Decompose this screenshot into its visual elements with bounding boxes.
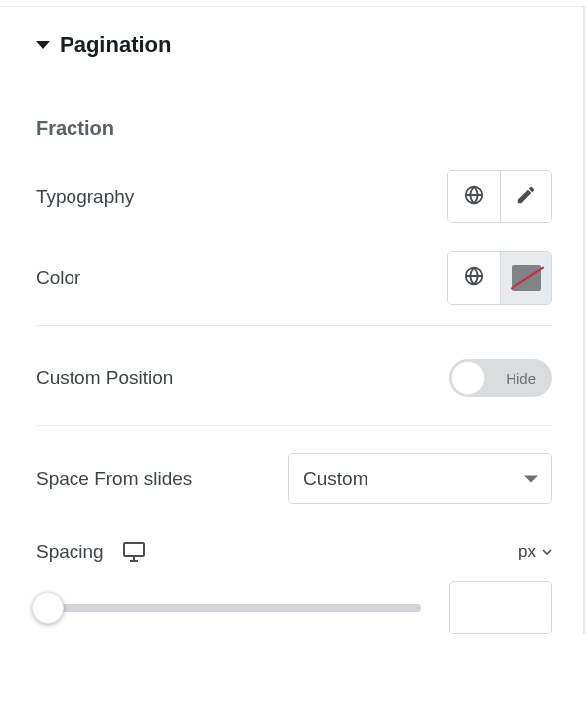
typography-label: Typography (36, 186, 134, 208)
globe-icon (463, 184, 485, 210)
toggle-state-label: Hide (506, 370, 536, 387)
typography-global-button[interactable] (448, 171, 500, 222)
svg-rect-2 (124, 543, 144, 556)
divider (36, 325, 552, 326)
color-swatch-icon (512, 265, 541, 291)
typography-controls (447, 170, 552, 223)
panel-right-divider (583, 6, 585, 634)
space-from-slides-row: Space From slides (36, 452, 552, 505)
custom-position-toggle[interactable]: Hide (449, 359, 552, 397)
slider-thumb[interactable] (32, 592, 64, 624)
slider-track (36, 604, 421, 612)
spacing-label: Spacing (36, 541, 104, 563)
section-title: Pagination (60, 32, 171, 58)
space-from-slides-select-wrap (288, 453, 552, 504)
spacing-slider-row (36, 581, 552, 634)
spacing-slider[interactable] (36, 588, 421, 628)
spacing-header-row: Spacing px (36, 541, 552, 563)
spacing-value-input[interactable] (449, 581, 552, 634)
spacing-unit-label: px (518, 542, 536, 562)
space-from-slides-select[interactable] (288, 453, 552, 504)
toggle-knob (451, 361, 485, 395)
chevron-down-icon (542, 549, 552, 555)
custom-position-label: Custom Position (36, 367, 173, 389)
color-controls (447, 251, 552, 305)
space-from-slides-label: Space From slides (36, 468, 192, 490)
caret-down-icon (36, 41, 50, 49)
custom-position-row: Custom Position Hide (36, 352, 552, 405)
divider (36, 425, 552, 426)
section-header-pagination[interactable]: Pagination (36, 0, 552, 58)
panel-top-divider (0, 6, 585, 7)
color-swatch-button[interactable] (500, 252, 551, 304)
color-row: Color (36, 251, 552, 305)
typography-row: Typography (36, 170, 552, 223)
typography-edit-button[interactable] (500, 171, 551, 222)
spacing-unit-select[interactable]: px (518, 542, 552, 562)
color-global-button[interactable] (448, 252, 500, 304)
desktop-icon[interactable] (122, 541, 146, 563)
fraction-heading: Fraction (36, 117, 552, 140)
pencil-icon (515, 184, 537, 210)
color-label: Color (36, 267, 80, 289)
globe-icon (463, 265, 485, 291)
